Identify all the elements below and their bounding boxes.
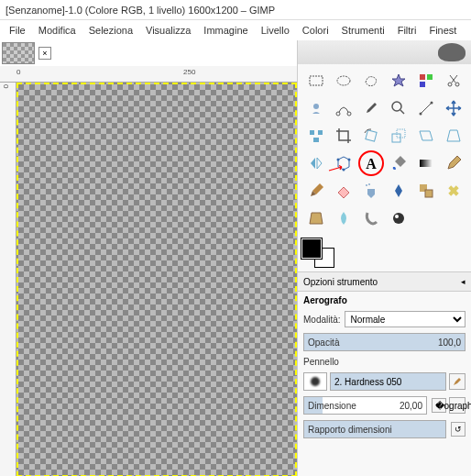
- menu-image[interactable]: Immagine: [198, 23, 253, 38]
- svg-point-10: [392, 102, 401, 111]
- ellipse-select-tool[interactable]: [331, 68, 356, 94]
- svg-point-8: [336, 112, 340, 116]
- svg-rect-15: [313, 138, 319, 142]
- tool-name-label: Aerografo: [303, 295, 466, 305]
- scissors-tool[interactable]: [441, 68, 466, 94]
- opacity-label: Opacità: [308, 338, 339, 348]
- crop-tool[interactable]: [331, 123, 356, 149]
- svg-point-11: [419, 113, 422, 116]
- menu-select[interactable]: Seleziona: [83, 23, 138, 38]
- ruler-v-tick: 0: [2, 84, 10, 88]
- svg-point-9: [347, 112, 351, 116]
- svg-point-1: [337, 76, 350, 85]
- svg-rect-23: [420, 160, 433, 167]
- toolbox: A: [298, 64, 471, 235]
- perspective-clone-tool[interactable]: [303, 205, 329, 231]
- free-select-tool[interactable]: [358, 68, 384, 94]
- clone-tool[interactable]: [413, 178, 439, 204]
- bucket-fill-tool[interactable]: [386, 150, 411, 176]
- blur-sharpen-tool[interactable]: [331, 205, 356, 231]
- color-swatch-area: [298, 235, 471, 271]
- cage-tool[interactable]: [331, 150, 356, 176]
- paths-tool[interactable]: [331, 95, 356, 121]
- move-tool[interactable]: [441, 95, 466, 121]
- svg-text:A: A: [366, 156, 377, 172]
- eraser-tool[interactable]: [331, 178, 356, 204]
- menu-colors[interactable]: Colori: [297, 23, 334, 38]
- foreground-select-tool[interactable]: [303, 95, 329, 121]
- fg-bg-color[interactable]: [301, 238, 334, 268]
- size-link-button[interactable]: �ographie: [449, 397, 466, 414]
- svg-point-31: [395, 215, 399, 218]
- menu-edit[interactable]: Modifica: [33, 23, 82, 38]
- ratio-slider[interactable]: Rapporto dimensioni: [303, 420, 446, 438]
- svg-rect-16: [365, 130, 376, 141]
- shear-tool[interactable]: [413, 123, 439, 149]
- tool-options-body: Aerografo Modalità: Normale Opacità 100,…: [298, 292, 471, 442]
- dodge-burn-tool[interactable]: [386, 205, 411, 231]
- svg-point-7: [313, 104, 319, 109]
- opacity-slider[interactable]: Opacità 100,0: [303, 333, 466, 351]
- brush-preview[interactable]: [303, 372, 327, 391]
- fuzzy-select-tool[interactable]: [386, 68, 411, 94]
- size-slider[interactable]: Dimensione 20,00: [303, 396, 427, 415]
- text-tool[interactable]: A: [358, 150, 384, 176]
- menu-filters[interactable]: Filtri: [392, 23, 422, 38]
- by-color-select-tool[interactable]: [413, 68, 439, 94]
- color-picker-tool[interactable]: [358, 95, 384, 121]
- collapse-icon[interactable]: ◂: [461, 277, 466, 286]
- paintbrush-tool[interactable]: [303, 178, 329, 204]
- svg-rect-0: [310, 76, 323, 85]
- svg-rect-2: [420, 74, 425, 80]
- menu-windows[interactable]: Finest: [423, 23, 462, 38]
- size-label: Dimensione: [308, 401, 356, 411]
- menu-view[interactable]: Visualizza: [140, 23, 196, 38]
- svg-point-24: [366, 184, 367, 186]
- image-tab-thumbnail[interactable]: [2, 42, 35, 64]
- mode-select[interactable]: Normale: [345, 311, 466, 327]
- perspective-tool[interactable]: [441, 123, 466, 149]
- ruler-h-tick: 250: [183, 68, 195, 76]
- image-tab-close-button[interactable]: ×: [38, 47, 51, 60]
- ruler-horizontal: 0 250: [0, 66, 297, 83]
- mode-label: Modalità:: [303, 315, 341, 325]
- svg-rect-13: [310, 130, 314, 135]
- fg-color-swatch[interactable]: [301, 238, 322, 259]
- blend-tool[interactable]: [413, 150, 439, 176]
- heal-tool[interactable]: [441, 178, 466, 204]
- menu-tools[interactable]: Strumenti: [336, 23, 390, 38]
- align-tool[interactable]: [303, 123, 329, 149]
- flip-tool[interactable]: [303, 150, 329, 176]
- ruler-vertical: 0: [0, 83, 16, 476]
- canvas[interactable]: [16, 83, 297, 476]
- menu-file[interactable]: File: [4, 23, 31, 38]
- svg-point-5: [448, 83, 452, 86]
- menu-layer[interactable]: Livello: [256, 23, 295, 38]
- measure-tool[interactable]: [413, 95, 439, 121]
- rotate-tool[interactable]: [358, 123, 384, 149]
- size-value: 20,00: [400, 401, 422, 411]
- rect-select-tool[interactable]: [303, 68, 329, 94]
- smudge-tool[interactable]: [358, 205, 384, 231]
- title-bar: [Senzanome]-1.0 (Colore RGB, 1 livello) …: [0, 0, 471, 20]
- pencil-tool[interactable]: [441, 150, 466, 176]
- ratio-reset-button[interactable]: ↺: [451, 422, 466, 437]
- svg-point-6: [455, 83, 459, 86]
- airbrush-tool[interactable]: [358, 178, 384, 204]
- svg-point-20: [347, 159, 350, 161]
- ink-tool[interactable]: [386, 178, 411, 204]
- wilber-bar: [298, 40, 471, 64]
- ruler-h-tick: 0: [16, 68, 20, 76]
- ratio-label: Rapporto dimensioni: [308, 425, 392, 435]
- zoom-tool[interactable]: [386, 95, 411, 121]
- svg-rect-4: [420, 82, 425, 87]
- opacity-value: 100,0: [438, 338, 461, 348]
- brush-name-field[interactable]: 2. Hardness 050: [330, 372, 446, 391]
- canvas-area: × 0 250 0: [0, 40, 297, 476]
- svg-rect-27: [425, 190, 433, 197]
- scale-tool[interactable]: [386, 123, 411, 149]
- brush-edit-button[interactable]: [449, 373, 466, 390]
- svg-point-12: [430, 102, 433, 105]
- svg-point-30: [393, 213, 404, 224]
- brush-name: 2. Hardness 050: [334, 377, 401, 387]
